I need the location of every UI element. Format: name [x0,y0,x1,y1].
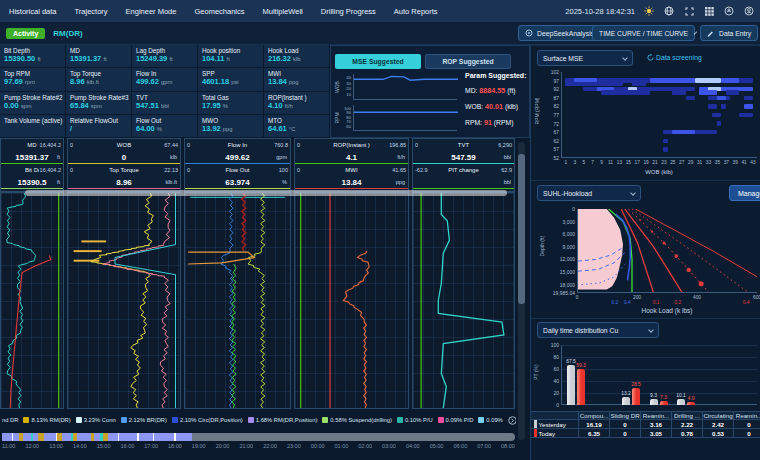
readout-lag-depth: Lag Depth15249.39 ft [132,45,198,68]
legend-item-0-09-p-d[interactable]: 0.09% P/D [438,417,474,423]
heatmap-cell [717,96,726,100]
headset-icon[interactable] [724,6,734,16]
readout-label: MTO [268,117,325,124]
table-value-cell: 6.35 [579,429,610,438]
mse-x-tick: 31 [695,160,704,165]
daily-select[interactable]: Daily time distribution Cu [537,322,659,338]
mse-x-tick: 41 [740,160,749,165]
legend-item-0-10-p-u[interactable]: 0.10% P/U [397,417,433,423]
daily-distribution-table: Compou...Sliding DRReamin...Drilling ...… [531,411,760,438]
tab-rop-suggested[interactable]: ROP Suggested [425,54,511,69]
readout-label: Hook Load [268,47,325,54]
legend-item-3-23-conn[interactable]: 3.23% Conn [76,417,116,423]
mse-x-tick: 7 [588,160,597,165]
vertical-scrollbar[interactable] [518,142,525,440]
heatmap-cell [672,90,685,94]
gridline [561,357,757,358]
surface-mse-select[interactable]: Surface MSE [537,50,633,66]
readout-spp: SPP4601.18 psi [198,68,264,91]
manage-label: Manage [738,190,760,197]
timeline-hour-label: 11:00 [2,443,15,449]
timeline-hour-label: 01:00 [335,443,349,449]
readout-hook-position: Hook position104.11 ft [198,45,264,68]
track-plot-1 [0,192,64,409]
suhl-select[interactable]: SUHL-Hookload [537,185,641,201]
horizontal-scrollbar[interactable] [25,190,507,196]
readout-top-rpm: Top RPM97.69 rpm [0,68,66,91]
legend-more-icon[interactable] [508,416,516,425]
table-value-cell: 0.78 [672,429,703,438]
mse-x-tick: 11 [606,160,615,165]
globe-icon[interactable] [664,6,674,16]
deepseek-analysis-button[interactable]: DeepSeekAnalysis [518,25,601,41]
data-screening-link[interactable]: Data screening [647,54,702,61]
bar-yesterday-3 [650,399,658,405]
legend-chip [121,417,127,423]
timeline-hour-label: 08:00 [501,443,515,449]
legend-label: 0.58% Suspend(drilling) [330,417,392,423]
legend-item-2-12-br-dr-[interactable]: 2.12% BR(DR) [121,417,167,423]
readout-grid: Bit Depth15390.50 ftMD15391.37 ftLag Dep… [0,45,330,138]
data-screening-label: Data screening [656,54,702,61]
heatmap-cell [739,78,752,82]
timeline-remaining[interactable] [192,433,515,441]
legend-item-nd-dr[interactable]: nd DR [2,417,18,423]
mse-x-tick: 15 [624,160,633,165]
table-value-cell: 0 [610,429,641,438]
heatmap-cell [601,90,650,94]
timeline-hour-label: 21:00 [239,443,253,449]
suhl-y-tick: 15,000 [535,269,575,275]
legend-item-0-09-[interactable]: 0.09% [478,417,502,423]
curve-mode-select[interactable]: TIME CURVE / TIME CURVE [592,25,695,41]
tab-mse-suggested[interactable]: MSE Suggested [335,54,421,69]
nav-item-auto-reports[interactable]: Auto Reports [394,7,438,16]
timeline-segment [119,433,137,441]
table-header-cell: Drilling ... [672,412,703,420]
scrollbar-thumb[interactable] [518,154,525,304]
timeline-hour-label: 19:00 [192,443,206,449]
daily-y-tick: 20 [539,390,559,396]
daily-y-tick: 0 [539,402,559,408]
curve-value-row: 8.96klb.ft [68,176,180,189]
grid-icon[interactable] [704,6,714,16]
row-color-chip [534,429,537,437]
fullscreen-icon[interactable] [684,6,694,16]
legend-item-0-58-suspend-drilling-[interactable]: 0.58% Suspend(drilling) [322,417,392,423]
user-icon[interactable] [744,6,754,16]
timeline-strip[interactable] [2,433,515,441]
nav-item-multiplewell[interactable]: MultipleWell [263,7,303,16]
legend-label: 1.68% RM(DR,Position) [256,417,318,423]
timeline-segment [176,433,192,441]
readout-tvt: TVT547.51 bbl [132,92,198,115]
nav-item-drilling-progress[interactable]: Drilling Progress [321,7,376,16]
readout-value: 13.92 ppg [202,124,259,133]
nav-item-trajectory[interactable]: Trajectory [75,7,108,16]
readout-pump-stroke-rate-2: Pump Stroke Rate#20.00 spm [0,92,66,115]
timeline-hour-label: 22:00 [263,443,277,449]
manage-button[interactable]: Manage [729,185,760,201]
sun-icon[interactable] [644,6,654,16]
legend-chip [248,417,254,423]
legend-item-2-10-circ-dr-position-[interactable]: 2.10% Circ(DR,Position) [172,417,243,423]
nav-item-historical-data[interactable]: Historical data [9,7,57,16]
table-header-cell: Compou... [579,412,610,420]
deepseek-icon [525,29,533,37]
mse-y-tick: 97 [539,78,559,84]
readout-value: 0.00 spm [4,101,61,110]
legend-item-1-68-rm-dr-position-[interactable]: 1.68% RM(DR,Position) [248,417,318,423]
mse-x-tick: 39 [731,160,740,165]
table-row-label-today: Today [531,429,579,438]
timeline-segment [108,433,118,441]
nav-item-geomechanics[interactable]: Geomechanics [194,7,244,16]
gridline [561,369,757,370]
track-header-3: 0Flow In760.8499.62gpm0Flow Out10063.974… [184,138,291,192]
data-entry-button[interactable]: Data Entry [700,25,758,41]
nav-right: 2025-10-28 18:42:31 [565,6,760,16]
readout-label: Relative FlowOut [70,117,127,124]
legend-item-8-13-rm-dr-[interactable]: 8.13% RM(DR) [23,417,70,423]
friction-factor-label: 0.2 [610,300,620,305]
nav-item-engineer-mode[interactable]: Engineer Mode [126,7,177,16]
right-panel: Surface MSE Data screening RPM (RPM)1029… [530,45,760,460]
table-value-cell: 3.05 [641,429,672,438]
timeline-segment [2,433,12,441]
